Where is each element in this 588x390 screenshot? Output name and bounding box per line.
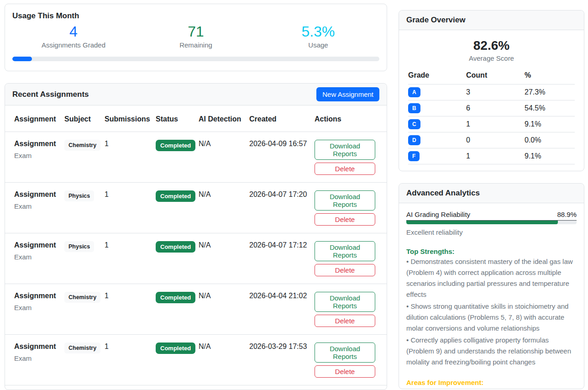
average-score-value: 82.6% — [408, 38, 575, 53]
download-reports-button[interactable]: Download Reports — [315, 292, 375, 312]
created-date: 2026-03-29 17:53 — [249, 335, 315, 385]
grade-count: 1 — [466, 116, 525, 132]
submissions-count: 1 — [105, 132, 156, 183]
grade-badge: B — [408, 103, 420, 113]
created-date: 2026-04-07 17:20 — [249, 183, 315, 233]
assignment-type: Exam — [14, 253, 61, 261]
recent-assignments-card: Recent Assignments New Assignment Assign… — [5, 83, 387, 390]
subject-badge: Chemistry — [64, 343, 100, 353]
submissions-count: 1 — [105, 385, 156, 390]
advanced-analytics-body: AI Grading Reliability 88.9% Excellent r… — [399, 203, 584, 389]
col-percent: % — [525, 69, 575, 84]
grade-count: 6 — [466, 100, 525, 116]
usage-progress-fill — [12, 57, 32, 61]
grade-percent: 9.1% — [525, 116, 575, 132]
col-ai-detection: AI Detection — [199, 105, 249, 132]
download-reports-button[interactable]: Download Reports — [315, 190, 375, 211]
col-count: Count — [466, 69, 525, 84]
ai-detection-value: N/A — [199, 183, 249, 233]
stat-value: 5.3% — [257, 22, 379, 41]
grade-row: A 3 27.3% — [408, 84, 575, 100]
col-assignment: Assignment — [5, 105, 64, 132]
grade-percent: 27.3% — [525, 84, 575, 100]
download-reports-button[interactable]: Download Reports — [315, 241, 375, 261]
recent-assignments-header: Recent Assignments New Assignment — [5, 84, 387, 105]
new-assignment-button[interactable]: New Assignment — [316, 87, 379, 101]
grade-row: C 1 9.1% — [408, 116, 575, 132]
usage-card: Usage This Month 4 Assignments Graded 71… — [5, 4, 387, 71]
average-score-label: Average Score — [408, 54, 575, 62]
created-date: 2026-04-04 21:02 — [249, 284, 315, 335]
advanced-analytics-card: Advanced Analytics AI Grading Reliabilit… — [399, 183, 584, 389]
grade-badge: C — [408, 119, 420, 129]
grade-count: 1 — [466, 148, 525, 164]
assignment-type: Exam — [14, 304, 61, 311]
ai-detection-value: N/A — [199, 385, 249, 390]
grade-row: F 1 9.1% — [408, 148, 575, 164]
table-row: Assignment Exam Chemistry 1 Completed N/… — [5, 132, 387, 183]
table-row: Assignment Exam Chemistry 1 Completed N/… — [5, 335, 387, 385]
col-actions: Actions — [315, 105, 387, 132]
usage-title: Usage This Month — [12, 11, 379, 21]
strength-item: • Shows strong quantitative skills in st… — [406, 301, 577, 334]
status-badge: Completed — [156, 241, 195, 253]
grade-overview-title: Grade Overview — [399, 11, 584, 30]
table-row: Assignment Exam Chemistry 1 Completed N/… — [5, 284, 387, 335]
download-reports-button[interactable]: Download Reports — [315, 343, 375, 363]
submissions-count: 1 — [105, 233, 156, 284]
table-row: Assignment Exam Physics 1 Completed N/A … — [5, 385, 387, 390]
grade-count: 0 — [466, 132, 525, 148]
download-reports-button[interactable]: Download Reports — [315, 140, 375, 160]
submissions-count: 1 — [105, 284, 156, 335]
usage-stats: 4 Assignments Graded 71 Remaining 5.3% U… — [12, 22, 379, 49]
subject-badge: Chemistry — [64, 140, 100, 151]
grade-row: B 6 54.5% — [408, 100, 575, 116]
right-column: Grade Overview 82.6% Average Score Grade… — [399, 10, 584, 389]
grade-badge: F — [408, 151, 420, 161]
ai-detection-value: N/A — [199, 284, 249, 335]
grades-table-header: Grade Count % — [408, 69, 575, 84]
improvement-item: • **Critical: Attention to mass calculat… — [406, 387, 577, 389]
grade-badge: D — [408, 135, 420, 145]
areas-improvement-title: Areas for Improvement: — [406, 379, 577, 386]
status-badge: Completed — [156, 292, 195, 303]
grade-overview-card: Grade Overview 82.6% Average Score Grade… — [399, 10, 584, 171]
delete-button[interactable]: Delete — [315, 365, 375, 378]
grade-count: 3 — [466, 84, 525, 100]
reliability-progress-bar — [406, 221, 577, 224]
assignments-table-header: Assignment Subject Submissions Status AI… — [5, 105, 387, 132]
ai-detection-value: N/A — [199, 132, 249, 183]
usage-progress-bar — [12, 57, 379, 61]
assignment-name: Assignment — [14, 343, 61, 351]
col-status: Status — [156, 105, 199, 132]
assignment-name: Assignment — [14, 292, 61, 300]
assignment-type: Exam — [14, 152, 61, 159]
submissions-count: 1 — [105, 335, 156, 385]
stat-value: 4 — [12, 22, 135, 41]
status-badge: Completed — [156, 343, 195, 354]
ai-detection-value: N/A — [199, 233, 249, 284]
delete-button[interactable]: Delete — [315, 163, 375, 175]
reliability-value: 88.9% — [557, 211, 577, 218]
stat-usage-percent: 5.3% Usage — [257, 22, 379, 49]
assignment-type: Exam — [14, 202, 61, 210]
dashboard-page: Usage This Month 4 Assignments Graded 71… — [0, 0, 588, 390]
delete-button[interactable]: Delete — [315, 264, 375, 276]
subject-badge: Physics — [64, 241, 94, 252]
assignment-name: Assignment — [14, 190, 61, 199]
reliability-row: AI Grading Reliability 88.9% — [406, 211, 577, 220]
delete-button[interactable]: Delete — [315, 315, 375, 327]
grade-percent: 9.1% — [525, 148, 575, 164]
subject-badge: Physics — [64, 190, 94, 201]
delete-button[interactable]: Delete — [315, 213, 375, 226]
stat-label: Remaining — [135, 41, 257, 49]
submissions-count: 1 — [105, 183, 156, 233]
top-strengths-title: Top Strengths: — [406, 248, 577, 255]
created-date: 2026-04-07 17:12 — [249, 233, 315, 284]
assignment-type: Exam — [14, 354, 61, 362]
grade-badge: A — [408, 87, 420, 97]
assignment-name: Assignment — [14, 140, 61, 148]
stat-assignments-graded: 4 Assignments Graded — [12, 22, 135, 49]
recent-assignments-title: Recent Assignments — [12, 90, 89, 99]
created-date: 2026-03-29 17:48 — [249, 385, 315, 390]
